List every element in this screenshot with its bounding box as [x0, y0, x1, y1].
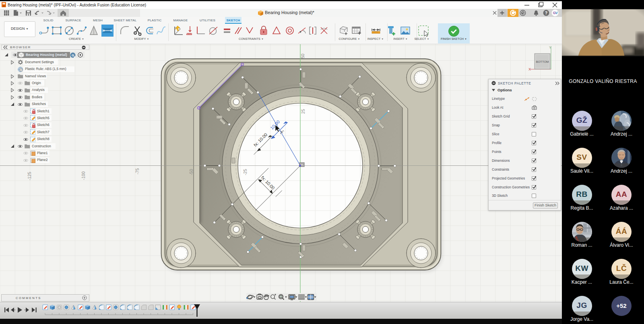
svg-text:-50: -50	[189, 169, 194, 175]
svg-text:25: 25	[301, 109, 305, 114]
svg-text:-25: -25	[243, 169, 248, 175]
svg-text:V: V	[555, 11, 558, 15]
svg-text:-125: -125	[27, 172, 32, 180]
svg-text:?: ?	[545, 10, 547, 15]
svg-text:BOTTOM: BOTTOM	[536, 60, 549, 64]
svg-text:50: 50	[300, 54, 305, 58]
svg-text:X: X	[528, 67, 531, 71]
svg-text:Y: Y	[549, 45, 551, 50]
svg-text:-75: -75	[135, 168, 140, 174]
svg-text:-100: -100	[81, 171, 86, 180]
svg-text:G: G	[72, 54, 74, 57]
